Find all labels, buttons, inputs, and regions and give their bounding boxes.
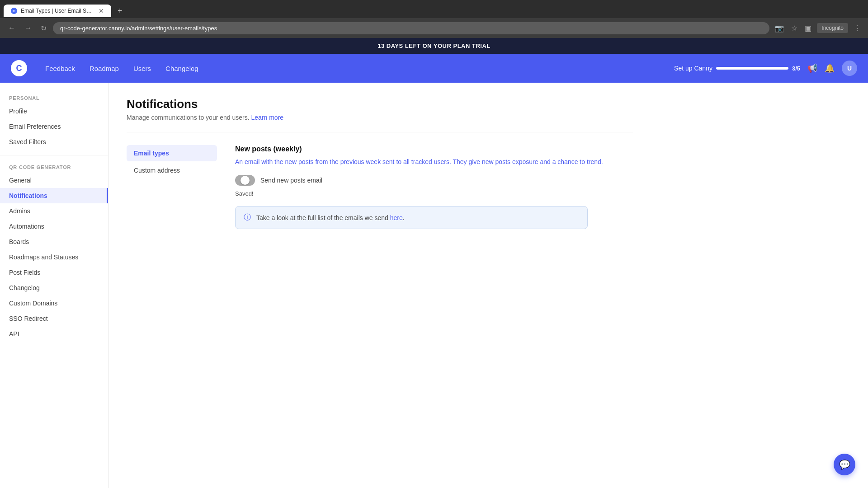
setup-progress-fill [716,67,788,70]
info-text-before: Take a look at the full list of the emai… [256,214,390,221]
bell-icon[interactable]: 🔔 [825,63,835,73]
tab-title: Email Types | User Email Setting [21,8,93,14]
subnav-custom-address[interactable]: Custom address [127,162,217,178]
setup-canny-bar: Set up Canny 3/5 [674,65,800,72]
sidebar-item-saved-filters[interactable]: Saved Filters [0,134,108,150]
incognito-button[interactable]: Incognito [817,23,848,33]
page-title: Notifications [127,97,633,111]
back-button[interactable]: ← [5,22,18,34]
sidebar-item-boards[interactable]: Boards [0,234,108,249]
sidebar-item-automations[interactable]: Automations [0,219,108,234]
page-subtitle-text: Manage communications to your end users. [127,114,250,121]
avatar[interactable]: U [842,61,857,76]
sidebar-item-email-preferences[interactable]: Email Preferences [0,119,108,134]
nav-feedback[interactable]: Feedback [45,63,75,74]
saved-text: Saved! [235,190,633,197]
logo-letter: C [16,64,22,73]
sidebar-item-notifications[interactable]: Notifications [0,188,108,203]
sidebar-item-sso-redirect[interactable]: SSO Redirect [0,311,108,326]
top-nav: C Feedback Roadmap Users Changelog Set u… [0,54,868,83]
toggle-row: Send new posts email [235,175,633,186]
toggle-thumb [241,176,250,185]
info-box: ⓘ Take a look at the full list of the em… [235,206,588,229]
reload-button[interactable]: ↻ [38,22,49,34]
sidebar-item-post-fields[interactable]: Post Fields [0,265,108,280]
page-content: Notifications Manage communications to y… [108,83,651,244]
bookmark-icon[interactable]: ☆ [789,22,799,34]
new-tab-button[interactable]: + [115,5,125,17]
nav-users[interactable]: Users [133,63,151,74]
logo[interactable]: C [11,60,27,76]
left-column: Email types Custom address [127,145,217,229]
address-bar[interactable] [53,22,769,34]
section-heading: New posts (weekly) [235,145,633,153]
sidebar: PERSONAL Profile Email Preferences Saved… [0,83,108,488]
page-divider [127,132,633,132]
chat-icon: 💬 [839,459,850,470]
tab-bar: C Email Types | User Email Setting ✕ + [0,0,868,18]
nav-roadmap[interactable]: Roadmap [90,63,119,74]
setup-progress-count: 3/5 [792,65,800,72]
learn-more-link[interactable]: Learn more [251,114,283,121]
sidebar-divider [0,155,108,155]
sidebar-item-profile[interactable]: Profile [0,103,108,119]
tab-close-button[interactable]: ✕ [99,7,104,14]
nav-right: Set up Canny 3/5 📢 🔔 U [674,61,857,76]
send-posts-toggle[interactable] [235,175,255,186]
setup-canny-label: Set up Canny [674,65,712,72]
personal-section-label: PERSONAL [0,92,108,103]
trial-banner: 13 DAYS LEFT ON YOUR PLAN TRIAL [0,38,868,54]
section-desc-highlight: They give new posts exposure and a chanc… [451,158,603,165]
content-area: Notifications Manage communications to y… [108,83,868,488]
sidebar-item-admins[interactable]: Admins [0,203,108,219]
camera-icon[interactable]: 📷 [773,22,786,34]
trial-banner-text: 13 DAYS LEFT ON YOUR PLAN TRIAL [377,42,491,49]
org-section-label: QR CODE GENERATOR [0,161,108,173]
nav-changelog[interactable]: Changelog [165,63,198,74]
browser-toolbar: ← → ↻ 📷 ☆ ▣ Incognito ⋮ [0,18,868,38]
sidebar-item-roadmaps[interactable]: Roadmaps and Statuses [0,249,108,265]
toggle-track [235,175,255,186]
main-layout: PERSONAL Profile Email Preferences Saved… [0,83,868,488]
setup-progress-track [716,67,788,70]
sidebar-item-custom-domains[interactable]: Custom Domains [0,296,108,311]
section-desc-part1: An email with the new posts from the pre… [235,158,451,165]
info-text-after: . [403,214,405,221]
page-subtitle: Manage communications to your end users.… [127,114,633,121]
sidebar-item-general[interactable]: General [0,173,108,188]
forward-button[interactable]: → [22,22,34,34]
toggle-label: Send new posts email [260,177,322,184]
content-columns: Email types Custom address New posts (we… [127,145,633,229]
extensions-icon[interactable]: ▣ [803,22,813,34]
sidebar-item-api[interactable]: API [0,326,108,342]
chat-fab[interactable]: 💬 [834,454,855,475]
browser-chrome: C Email Types | User Email Setting ✕ + ←… [0,0,868,38]
info-text: Take a look at the full list of the emai… [256,214,405,221]
menu-icon[interactable]: ⋮ [852,22,863,34]
info-here-link[interactable]: here [390,214,403,221]
favicon: C [11,8,17,14]
toolbar-icons: 📷 ☆ ▣ Incognito ⋮ [773,22,863,34]
app: 13 DAYS LEFT ON YOUR PLAN TRIAL C Feedba… [0,38,868,488]
section-desc: An email with the new posts from the pre… [235,157,633,167]
sidebar-item-changelog[interactable]: Changelog [0,280,108,296]
subnav-email-types[interactable]: Email types [127,145,217,161]
megaphone-icon[interactable]: 📢 [807,63,817,73]
info-icon: ⓘ [244,213,251,222]
right-column: New posts (weekly) An email with the new… [235,145,633,229]
browser-tab[interactable]: C Email Types | User Email Setting ✕ [4,5,111,17]
